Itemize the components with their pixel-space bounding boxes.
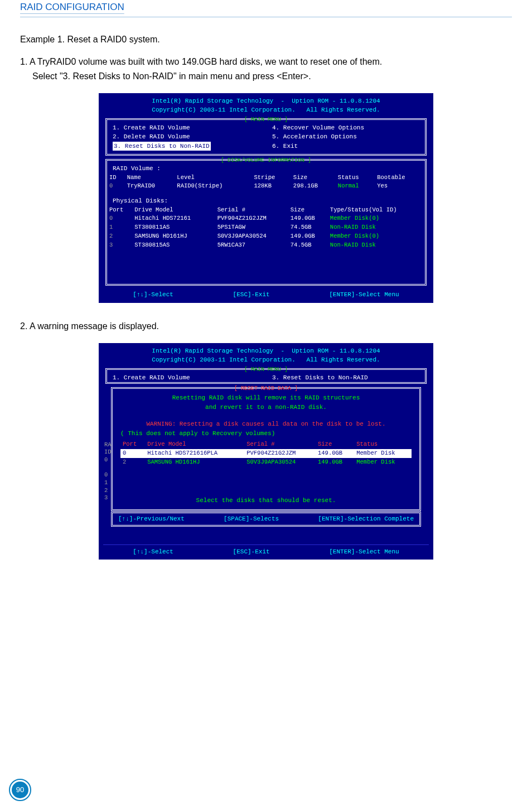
bios-footer-1: [↑↓]-Select [ESC]-Exit [ENTER]-Select Me… <box>103 290 429 301</box>
rv-size: 298.1GB <box>291 182 336 191</box>
pr3-model: ST380815AS <box>132 241 215 250</box>
inner-footer-prev: [↑↓]-Previous/Next <box>118 514 185 524</box>
ph-model: Drive Model <box>132 206 215 215</box>
pr3-port: 3 <box>107 241 132 250</box>
rtr0-port: 0 <box>120 449 145 458</box>
ph-type: Type/Status(Vol ID) <box>328 206 425 215</box>
disk-info-label: [ DISK/VOLUME INFORMATION ] <box>219 156 313 165</box>
rv-level: RAID0(Stripe) <box>175 182 252 191</box>
bios2-title-2: Copyright(C) 2003-11 Intel Corporation. … <box>103 355 429 365</box>
raid-volume-table: ID Name Level Stripe Size Status Bootabl… <box>107 173 425 191</box>
reset-line-1: Resetting RAID disk will remove its RAID… <box>120 393 412 403</box>
rv-id: 0 <box>107 182 125 191</box>
rh-stripe: Stripe <box>252 173 291 182</box>
section-header: RAID CONFIGURATION <box>20 0 512 17</box>
bios-footer-2: [↑↓]-Select [ESC]-Exit [ENTER]-Select Me… <box>103 544 429 558</box>
pr3-type: Non-RAID Disk <box>328 241 425 250</box>
step-2: 2. A warning message is displayed. <box>20 320 512 333</box>
menu-item-exit[interactable]: 6. Exit <box>272 142 419 151</box>
menu-item-delete[interactable]: 2. Delete RAID Volume <box>113 132 260 142</box>
pr0-size: 149.0GB <box>288 214 328 223</box>
pr1-type: Non-RAID Disk <box>328 223 425 232</box>
rth-status: Status <box>354 440 412 449</box>
rh-bootable: Bootable <box>375 173 425 182</box>
bios-screenshot-1: Intel(R) Rapid Storage Technology - Upti… <box>20 93 512 303</box>
reset-raid-label: [ RESET RAID DATA ] <box>232 384 300 393</box>
rh-level: Level <box>175 173 252 182</box>
bios-screenshot-2: Intel(R) Rapid Storage Technology - Upti… <box>20 343 512 560</box>
rh-id: ID <box>107 173 125 182</box>
pr2-port: 2 <box>107 232 132 241</box>
footer-exit: [ESC]-Exit <box>233 290 270 300</box>
menu2-item-reset[interactable]: 3. Reset Disks to Non-RAID <box>272 373 419 383</box>
reset-row-selected[interactable]: 0 Hitachi HDS721616PLA PVF904Z21G2JZM 14… <box>120 449 412 458</box>
inner-footer-enter: [ENTER]-Selection Complete <box>318 514 414 524</box>
bios-panel-2: Intel(R) Rapid Storage Technology - Upti… <box>99 343 433 560</box>
rtr1-port: 2 <box>120 458 145 467</box>
pr0-port: 0 <box>107 214 132 223</box>
step-1-line-2: Select "3. Reset Disks to Non-RAID" in m… <box>32 70 512 83</box>
rv-stripe: 128KB <box>252 182 291 191</box>
reset-line-2: and revert it to a non-RAID disk. <box>120 403 412 412</box>
rtr0-serial: PVF904Z21G2JZM <box>244 449 316 458</box>
rv-status: Normal <box>336 182 375 191</box>
menu-item-reset[interactable]: 3. Reset Disks to Non-RAID <box>113 142 260 151</box>
pr1-port: 1 <box>107 223 132 232</box>
phys-disks-table: Port Drive Model Serial # Size Type/Stat… <box>107 206 425 250</box>
example-title: Example 1. Reset a RAID0 system. <box>20 33 512 46</box>
rth-serial: Serial # <box>244 440 316 449</box>
phys-disks-label: Physical Disks: <box>113 196 425 206</box>
pr3-serial: 5RW1CA37 <box>215 241 288 250</box>
inner-footer-space: [SPACE]-Selects <box>224 514 279 524</box>
inner-footer: [↑↓]-Previous/Next [SPACE]-Selects [ENTE… <box>111 512 421 527</box>
pr1-size: 74.5GB <box>288 223 328 232</box>
menu-item-recover[interactable]: 4. Recover Volume Options <box>272 123 419 133</box>
reset-raid-box-bottom: WARNING: Resetting a disk causes all dat… <box>111 415 421 511</box>
rth-size: Size <box>316 440 354 449</box>
rtr1-model: SAMSUNG HD161HJ <box>145 458 244 467</box>
rth-port: Port <box>120 440 145 449</box>
ph-serial: Serial # <box>215 206 288 215</box>
menu-item-reset-highlight: 3. Reset Disks to Non-RAID <box>113 142 211 151</box>
pr0-type: Member Disk(0) <box>328 214 425 223</box>
bios2-title-1: Intel(R) Rapid Storage Technology - Upti… <box>103 346 429 356</box>
pr0-model: Hitachi HDS72161 <box>132 214 215 223</box>
step-1-line-1: 1. A TryRAID0 volume was built with two … <box>20 55 512 69</box>
pr1-serial: 5PS1TAGW <box>215 223 288 232</box>
rtr1-size: 149.0GB <box>316 458 354 467</box>
rv-bootable: Yes <box>375 182 425 191</box>
rtr1-serial: S0V3J9APA30524 <box>244 458 316 467</box>
reset-select-prompt: Select the disks that should be reset. <box>120 496 412 505</box>
rtr0-size: 149.0GB <box>316 449 354 458</box>
pr3-size: 74.5GB <box>288 241 328 250</box>
rtr0-model: Hitachi HDS721616PLA <box>145 449 244 458</box>
section-title: RAID CONFIGURATION <box>20 2 124 12</box>
rv-name: TryRAID0 <box>125 182 175 191</box>
reset-warning: WARNING: Resetting a disk causes all dat… <box>120 420 412 429</box>
pr2-serial: S0V3J9APA30524 <box>215 232 288 241</box>
ph-size: Size <box>288 206 328 215</box>
rh-name: Name <box>125 173 175 182</box>
rh-status: Status <box>336 173 375 182</box>
rh-size: Size <box>291 173 336 182</box>
reset-row-2[interactable]: 2 SAMSUNG HD161HJ S0V3J9APA30524 149.0GB… <box>120 458 412 467</box>
left-margin-numbers: RA ID 0 0 1 2 3 <box>104 441 112 502</box>
rth-model: Drive Model <box>145 440 244 449</box>
main-menu-box: [ MAIN MENU ] 1. Create RAID Volume 2. D… <box>105 118 427 156</box>
menu-item-create[interactable]: 1. Create RAID Volume <box>113 123 260 133</box>
footer-select: [↑↓]-Select <box>133 290 173 300</box>
pr2-type: Member Disk(0) <box>328 232 425 241</box>
rtr0-status: Member Disk <box>354 449 412 458</box>
pr2-size: 149.0GB <box>288 232 328 241</box>
menu2-item-create[interactable]: 1. Create RAID Volume <box>113 373 260 383</box>
main-menu-label: [ MAIN MENU ] <box>242 115 290 124</box>
main-menu-box-2: [ MAIN MENU ] 1. Create RAID Volume 3. R… <box>105 368 427 384</box>
pr2-model: SAMSUNG HD161HJ <box>132 232 215 241</box>
ph-port: Port <box>107 206 132 215</box>
rtr1-status: Member Disk <box>354 458 412 467</box>
pr1-model: ST380811AS <box>132 223 215 232</box>
menu-item-accel[interactable]: 5. Acceleration Options <box>272 132 419 142</box>
main-menu-label-2: [ MAIN MENU ] <box>242 365 290 374</box>
reset-note: ( This does not apply to Recovery volume… <box>120 429 412 438</box>
footer-enter: [ENTER]-Select Menu <box>329 290 399 300</box>
